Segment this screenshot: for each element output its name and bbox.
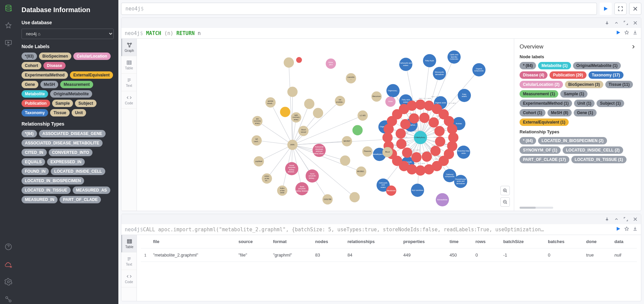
label-pill[interactable]: CONVERTED_INTO (49, 149, 92, 156)
graph-canvas[interactable]: CITED_INCITED_INCITED_INCITED_INCITED_IN… (137, 39, 514, 211)
label-pill[interactable]: CITED_IN (22, 149, 47, 156)
zoom-out-icon[interactable] (500, 197, 510, 207)
label-pill[interactable]: SYNONYM_OF (1) (520, 146, 561, 154)
label-pill[interactable]: Measurement (60, 81, 93, 88)
label-pill[interactable]: Sample (1) (560, 90, 588, 98)
label-pill[interactable]: Sample (52, 100, 73, 107)
cloud-offline-icon[interactable] (4, 260, 13, 269)
download-icon[interactable] (633, 226, 638, 233)
label-pill[interactable]: Metabolite (1) (538, 62, 571, 69)
table-row[interactable]: 1"metabolite_2.graphml""file""graphml"83… (141, 248, 637, 262)
label-pill[interactable]: MEASURED_AS (73, 187, 110, 194)
zoom-in-icon[interactable] (500, 186, 510, 195)
label-pill[interactable]: Gene (1) (574, 109, 597, 116)
monitor-icon[interactable] (4, 38, 13, 48)
label-pill[interactable]: OriginalMetabolite (1) (573, 62, 621, 69)
download-icon[interactable] (633, 30, 638, 36)
label-pill[interactable]: LOCATED_IN_BIOSPECIMEN (22, 177, 84, 184)
label-pill[interactable]: Metabolite (22, 90, 48, 98)
label-pill[interactable]: ExternalEquivalent (70, 71, 113, 79)
label-pill[interactable]: Unit (1) (574, 100, 595, 107)
tab-code[interactable]: Code (121, 270, 137, 288)
column-header[interactable]: properties (400, 235, 446, 248)
column-header[interactable]: batchSize (500, 235, 545, 248)
column-header[interactable]: relationships (344, 235, 400, 248)
column-header[interactable]: nodes (312, 235, 344, 248)
label-pill[interactable]: Unit (72, 109, 86, 116)
tab-table[interactable]: Table (121, 235, 137, 252)
label-pill[interactable]: Subject (1) (597, 100, 624, 107)
label-pill[interactable]: Cohort (1) (520, 109, 545, 116)
label-pill[interactable]: ExperimentalMethod (1) (520, 100, 572, 107)
label-pill[interactable]: Taxonomy (22, 109, 48, 116)
neo4j-icon[interactable] (4, 295, 13, 304)
label-pill[interactable]: CelularLocation (2) (520, 81, 563, 88)
tab-table[interactable]: Table (121, 56, 137, 74)
expand-icon[interactable] (622, 215, 630, 223)
label-pill[interactable]: LOCATED_IN_BIOSPECIMEN (2) (538, 137, 607, 144)
tab-text[interactable]: Text (121, 252, 137, 270)
collapse-icon[interactable] (613, 215, 620, 223)
label-pill[interactable]: *(84) (22, 130, 37, 137)
label-pill[interactable]: *(83) (22, 53, 37, 60)
label-pill[interactable]: Cohort (22, 62, 41, 69)
db-icon[interactable] (4, 3, 13, 13)
column-header[interactable]: rows (472, 235, 500, 248)
gear-icon[interactable] (4, 277, 13, 286)
label-pill[interactable]: BioSpecimen (3) (565, 81, 603, 88)
label-pill[interactable]: Taxonomy (17) (589, 71, 623, 79)
label-pill[interactable]: Tissue (11) (605, 81, 633, 88)
label-pill[interactable]: LOCATED_INSIDE_CELL (51, 168, 105, 175)
pin-icon[interactable] (603, 215, 611, 223)
fullscreen-icon[interactable] (614, 3, 627, 15)
pin-icon[interactable] (603, 19, 611, 27)
star-icon[interactable] (624, 30, 629, 36)
label-pill[interactable]: LOCATED_INSIDE_CELL (2) (563, 146, 623, 154)
tab-code[interactable]: Code (121, 91, 137, 109)
label-pill[interactable]: Publication (29) (550, 71, 586, 79)
close-icon[interactable] (629, 3, 641, 15)
column-header[interactable]: time (446, 235, 472, 248)
label-pill[interactable]: LOCATED_IN_TISSUE (1) (571, 156, 627, 163)
label-pill[interactable]: * (84) (520, 62, 536, 69)
label-pill[interactable]: * (84) (520, 137, 536, 144)
label-pill[interactable]: PART_OF_CLADE (17) (520, 156, 569, 163)
label-pill[interactable]: LOCATED_IN_TISSUE (22, 187, 71, 194)
expand-icon[interactable] (622, 19, 630, 27)
close-icon[interactable] (632, 215, 639, 223)
rerun-icon[interactable] (616, 30, 621, 36)
label-pill[interactable]: Disease (43, 62, 65, 69)
label-pill[interactable]: PART_OF_CLADE (60, 196, 101, 203)
column-header[interactable]: batches (544, 235, 583, 248)
label-pill[interactable]: ExperimentalMethod (22, 71, 68, 79)
close-icon[interactable] (632, 19, 639, 27)
label-pill[interactable]: ExternalEquivalent (1) (520, 119, 569, 126)
label-pill[interactable]: MeSH (8) (547, 109, 571, 116)
label-pill[interactable]: EXPRESSED_IN (47, 158, 85, 166)
label-pill[interactable]: OriginalMetabolite (50, 90, 92, 98)
label-pill[interactable]: Measurement (1) (520, 90, 558, 98)
label-pill[interactable]: MEASURED_IN (22, 196, 58, 203)
column-header[interactable]: data (611, 235, 637, 248)
label-pill[interactable]: EQUALS (22, 158, 45, 166)
collapse-icon[interactable] (613, 19, 620, 27)
column-header[interactable]: source (235, 235, 270, 248)
scrollbar[interactable] (520, 207, 553, 209)
label-pill[interactable]: FOUND_IN (22, 168, 49, 175)
label-pill[interactable]: Publication (22, 100, 50, 107)
star-icon[interactable] (4, 21, 13, 30)
rerun-icon[interactable] (616, 226, 621, 233)
label-pill[interactable]: ASSOCIATED_DISEASE_GENE (39, 130, 106, 137)
star-icon[interactable] (624, 226, 629, 233)
db-select[interactable]: neo4j ⌂ (22, 29, 114, 39)
overview-title[interactable]: Overview (520, 43, 636, 50)
column-header[interactable]: done (583, 235, 611, 248)
label-pill[interactable]: Tissue (50, 109, 70, 116)
tab-text[interactable]: Text (121, 74, 137, 91)
label-pill[interactable]: BioSpecimen (39, 53, 71, 60)
column-header[interactable]: format (270, 235, 312, 248)
run-button[interactable] (600, 3, 612, 15)
tab-graph[interactable]: Graph (121, 39, 137, 56)
help-icon[interactable] (4, 242, 13, 251)
label-pill[interactable]: MeSH (40, 81, 58, 88)
